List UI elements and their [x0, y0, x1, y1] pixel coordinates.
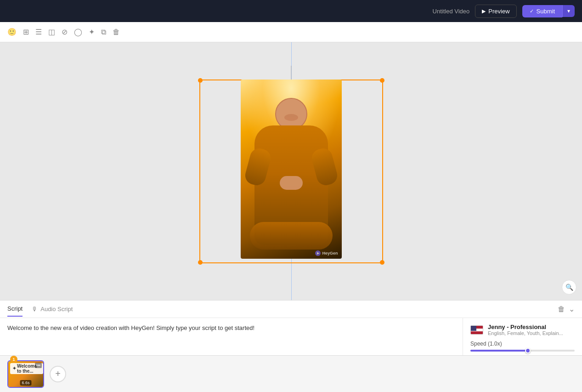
handle-br[interactable] [380, 260, 384, 265]
submit-dropdown-button[interactable]: ▾ [562, 5, 575, 17]
tab-script[interactable]: Script [7, 301, 23, 317]
preview-button[interactable]: ▶ Preview [475, 5, 516, 18]
tab-audio-script[interactable]: 🎙 Audio Script [32, 302, 73, 316]
speed-slider-row: Speed (1.0x) [470, 341, 575, 352]
add-slide-button[interactable]: + [50, 366, 66, 382]
delete-script-button[interactable]: 🗑 [558, 305, 565, 313]
zoom-button[interactable]: 🔍 [562, 280, 576, 295]
add-slide-label: + [55, 369, 61, 379]
timeline-slide-thumb[interactable]: ✦ Welcome to the... 6.6s ••• [7, 360, 44, 388]
watermark: ▶ HeyGen [315, 250, 338, 256]
selected-element[interactable]: ▶ HeyGen [199, 80, 383, 263]
circle-icon[interactable]: ◯ [74, 28, 82, 36]
voice-name: Jenny - Professional [488, 324, 575, 330]
align-icon[interactable]: ☰ [35, 28, 42, 36]
script-tabs: Script 🎙 Audio Script 🗑 ⌄ [0, 301, 582, 318]
handle-tr[interactable] [380, 78, 384, 83]
speed-slider[interactable] [470, 350, 575, 352]
grid-icon[interactable]: ⊞ [23, 28, 29, 36]
zoom-icon: 🔍 [565, 284, 573, 291]
trash-icon[interactable]: 🗑 [113, 28, 120, 36]
canvas-container: ▶ HeyGen [0, 42, 582, 300]
submit-button[interactable]: ✓ Submit [522, 5, 562, 17]
video-title: Untitled Video [433, 8, 470, 15]
monk-hands [280, 176, 303, 190]
layers-icon[interactable]: ◫ [48, 28, 55, 36]
script-text: Welcome to the new era of video creation… [7, 324, 254, 331]
timeline-slide-container: ✦ Welcome to the... 6.6s ••• 1 [7, 360, 44, 388]
submit-btn-group: ✓ Submit ▾ [522, 5, 575, 17]
speed-fill [470, 350, 528, 352]
thumb-more-button[interactable]: ••• [35, 363, 42, 368]
voice-desc: English, Female, Youth, Explain... [488, 330, 575, 336]
magic-icon[interactable]: ✦ [89, 28, 95, 36]
mic-icon: 🎙 [32, 306, 38, 312]
emoji-icon[interactable]: 🙂 [7, 28, 17, 36]
rotation-line [291, 66, 291, 80]
monk-legs [250, 222, 333, 250]
play-icon: ▶ [482, 8, 486, 14]
tab-actions: 🗑 ⌄ [558, 305, 575, 313]
handle-bl[interactable] [198, 260, 203, 265]
copy-icon[interactable]: ⧉ [101, 28, 106, 36]
voice-info: Jenny - Professional English, Female, Yo… [488, 324, 575, 336]
toolbar: 🙂 ⊞ ☰ ◫ ⊘ ◯ ✦ ⧉ 🗑 [0, 22, 582, 42]
us-flag-icon [470, 325, 483, 335]
handle-tl[interactable] [198, 78, 203, 83]
timeline: ✦ Welcome to the... 6.6s ••• 1 + [0, 355, 582, 392]
voice-selector[interactable]: Jenny - Professional English, Female, Yo… [470, 324, 575, 336]
monk-image: ▶ HeyGen [241, 80, 342, 259]
speed-label: Speed (1.0x) [470, 341, 575, 347]
speed-thumb[interactable] [525, 348, 531, 353]
check-icon: ✓ [530, 8, 534, 14]
expand-script-button[interactable]: ⌄ [569, 305, 575, 313]
topbar: Untitled Video ▶ Preview ✓ Submit ▾ [0, 0, 582, 22]
thumb-duration: 6.6s [20, 380, 31, 386]
monk-face [284, 114, 298, 121]
slide-ai-icon: ✦ [12, 366, 16, 371]
slide-number: 1 [10, 356, 17, 363]
hide-icon[interactable]: ⊘ [62, 28, 68, 36]
canvas-area: ▶ HeyGen 🔍 [0, 42, 582, 300]
